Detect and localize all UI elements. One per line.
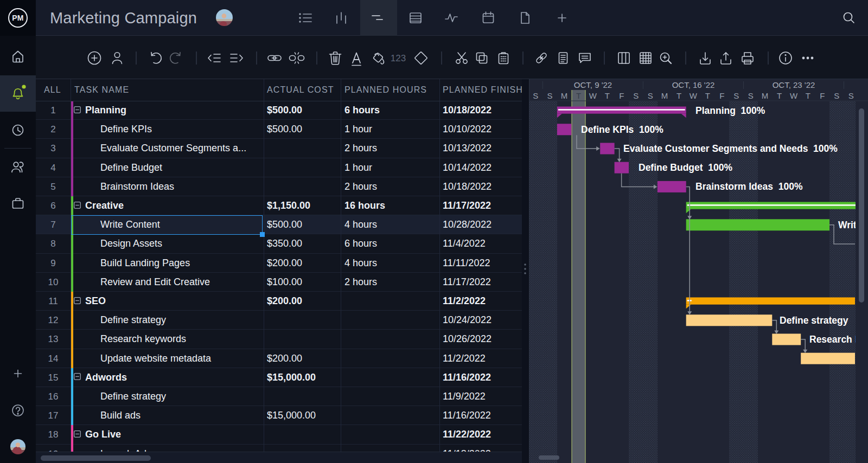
svg-text:M: M [661,91,668,100]
svg-text:Evaluate Customer Segments and: Evaluate Customer Segments and Needs 100… [623,143,838,154]
svg-text:123: 123 [391,53,406,63]
svg-text:M: M [561,91,568,100]
svg-text:S: S [648,91,653,100]
svg-text:Planning 100%: Planning 100% [695,105,765,116]
svg-text:Brainstorm Ideas 100%: Brainstorm Ideas 100% [695,181,803,192]
svg-text:S: S [733,91,739,100]
svg-text:Define strategy: Define strategy [780,315,848,326]
svg-text:S: S [834,91,839,100]
svg-text:S: S [633,91,639,100]
svg-text:F: F [719,91,724,100]
svg-text:F: F [619,91,624,100]
svg-text:Define Budget 100%: Define Budget 100% [639,162,733,173]
svg-text:T: T [576,91,581,100]
svg-text:T: T [777,91,782,100]
svg-text:OCT, 23 '22: OCT, 23 '22 [773,80,815,89]
svg-text:W: W [790,91,798,100]
svg-text:OCT, 9 '22: OCT, 9 '22 [574,80,612,89]
svg-text:W: W [589,91,597,100]
svg-text:M: M [762,91,769,100]
svg-text:T: T [676,91,681,100]
svg-text:Define KPIs 100%: Define KPIs 100% [581,124,663,135]
svg-text:T: T [806,91,810,100]
svg-text:F: F [820,91,825,100]
svg-text:T: T [605,91,610,100]
svg-text:OCT, 16 '22: OCT, 16 '22 [672,80,715,89]
svg-text:W: W [690,91,698,100]
svg-text:S: S [533,91,538,100]
svg-text:T: T [705,91,710,100]
svg-text:S: S [547,91,553,100]
svg-text:S: S [848,91,854,100]
svg-text:S: S [748,91,754,100]
